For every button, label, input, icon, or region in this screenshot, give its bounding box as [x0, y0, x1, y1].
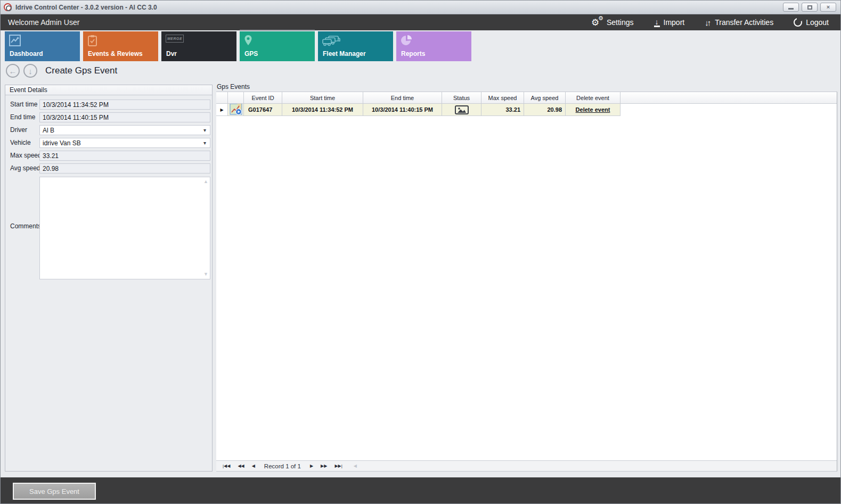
row-filler — [620, 104, 837, 116]
app-window: Idrive Control Center - 3.0.2 version - … — [0, 0, 841, 504]
cell-end-time: 10/3/2014 11:40:15 PM — [363, 104, 442, 116]
max-speed-input[interactable] — [39, 151, 210, 161]
minimize-button[interactable] — [783, 3, 799, 12]
line-chart-icon — [9, 35, 21, 48]
header-delete-event[interactable]: Delete event — [566, 92, 620, 104]
window-title: Idrive Control Center - 3.0.2 version - … — [15, 4, 157, 11]
header-indicator-cell — [216, 92, 228, 104]
back-button[interactable]: ← — [6, 64, 20, 78]
end-time-input[interactable] — [39, 112, 210, 122]
max-speed-label: Max speed — [10, 152, 42, 159]
gear-icon: ⚙ ⚙ — [591, 17, 603, 28]
transfer-label: Transfer Activities — [715, 18, 773, 27]
end-time-row: End time — [5, 112, 212, 122]
import-label: Import — [664, 18, 685, 27]
vehicle-label: Vehicle — [10, 139, 31, 146]
driver-row: Driver Al B ▾ — [5, 125, 212, 135]
tile-events-reviews[interactable]: Events & Reviews — [83, 31, 158, 61]
table-row[interactable]: ▶ G017647 10/3/2014 11:34:52 PM 10/3/201… — [216, 104, 837, 116]
scroll-down-button[interactable]: ↓ — [23, 64, 37, 78]
comments-input[interactable] — [40, 177, 210, 279]
import-icon: ↓ — [654, 18, 660, 27]
header-filler — [620, 92, 837, 104]
gps-track-map-icon[interactable] — [230, 104, 242, 116]
row-map-cell — [228, 104, 244, 116]
start-time-input[interactable] — [39, 100, 210, 110]
scroll-down-icon[interactable]: ▼ — [203, 272, 208, 277]
logout-label: Logout — [806, 18, 829, 27]
grid-title: Gps Events — [217, 83, 250, 90]
top-bar: Welcome Admin User ⚙ ⚙ Settings ↓ Import… — [1, 14, 840, 30]
arrow-down-icon: ↓ — [28, 67, 32, 75]
next-record-button[interactable]: ▶ — [306, 464, 317, 468]
tile-gps-active[interactable]: GPS — [240, 31, 315, 61]
comments-label: Comments — [10, 222, 41, 230]
settings-button[interactable]: ⚙ ⚙ Settings — [591, 17, 634, 28]
max-speed-row: Max speed — [5, 151, 212, 161]
last-record-button[interactable]: ▶▶| — [331, 464, 346, 468]
vehicle-value: idrive Van SB — [43, 139, 203, 147]
tile-reports[interactable]: Reports — [396, 31, 471, 61]
driver-label: Driver — [10, 126, 27, 134]
minimize-icon — [788, 8, 794, 10]
header-end-time[interactable]: End time — [363, 92, 442, 104]
tile-events-label: Events & Reviews — [88, 50, 143, 57]
status-image-icon[interactable] — [455, 105, 469, 114]
driver-value: Al B — [43, 127, 203, 134]
close-button[interactable]: × — [820, 3, 836, 12]
row-indicator-cell: ▶ — [216, 104, 228, 116]
scroll-up-icon[interactable]: ▲ — [203, 179, 208, 184]
grid-header-row: Event ID Start time End time Status Max … — [216, 92, 837, 104]
avg-speed-row: Avg speed — [5, 163, 212, 173]
tile-gps-label: GPS — [244, 50, 258, 57]
header-event-id[interactable]: Event ID — [244, 92, 282, 104]
tile-dashboard[interactable]: Dashboard — [5, 31, 80, 61]
pie-chart-icon — [401, 35, 412, 48]
cell-event-id: G017647 — [244, 104, 282, 116]
tile-dvr-label: Dvr — [166, 50, 177, 57]
header-start-time[interactable]: Start time — [282, 92, 363, 104]
header-avg-speed[interactable]: Avg speed — [524, 92, 566, 104]
tile-fleet-label: Fleet Manager — [323, 50, 366, 57]
tile-fleet-manager[interactable]: Fleet Manager — [318, 31, 393, 61]
prev-record-button[interactable]: ◀ — [248, 464, 259, 468]
save-gps-event-button[interactable]: Save Gps Event — [13, 483, 96, 500]
event-details-header: Event Details — [5, 85, 212, 95]
header-status[interactable]: Status — [442, 92, 481, 104]
prev-page-button[interactable]: ◀◀ — [234, 464, 248, 468]
maximize-button[interactable] — [802, 3, 818, 12]
delete-event-link[interactable]: Delete event — [576, 106, 610, 113]
comments-field-wrap: ▲ ▼ — [39, 177, 210, 279]
avg-speed-input[interactable] — [39, 163, 210, 173]
driver-select[interactable]: Al B ▾ — [39, 125, 210, 135]
welcome-text: Welcome Admin User — [8, 18, 79, 27]
hscroll-left-icon[interactable]: ◀ — [346, 464, 357, 468]
header-max-speed[interactable]: Max speed — [481, 92, 524, 104]
tile-dvr[interactable]: MERGE Dvr — [161, 31, 236, 61]
tile-reports-label: Reports — [401, 50, 425, 57]
first-record-button[interactable]: |◀◀ — [219, 464, 234, 468]
gps-events-grid: Event ID Start time End time Status Max … — [216, 92, 837, 472]
next-page-button[interactable]: ▶▶ — [317, 464, 331, 468]
tile-dashboard-label: Dashboard — [10, 50, 43, 57]
start-time-label: Start time — [10, 101, 37, 108]
footer-bar: Save Gps Event — [1, 477, 840, 504]
settings-label: Settings — [607, 18, 634, 27]
dvr-merge-icon: MERGE — [166, 35, 184, 43]
record-navigator: |◀◀ ◀◀ ◀ Record 1 of 1 ▶ ▶▶ ▶▶| ◀ — [216, 460, 837, 471]
window-controls: × — [783, 3, 837, 12]
transfer-icon: ↓↑ — [705, 18, 711, 27]
vehicle-row: Vehicle idrive Van SB ▾ — [5, 138, 212, 148]
transfer-activities-button[interactable]: ↓↑ Transfer Activities — [705, 18, 773, 27]
power-icon — [794, 18, 802, 27]
cell-avg-speed: 20.98 — [524, 104, 566, 116]
import-button[interactable]: ↓ Import — [654, 18, 685, 27]
cell-status — [442, 104, 481, 116]
cell-start-time: 10/3/2014 11:34:52 PM — [282, 104, 363, 116]
logout-button[interactable]: Logout — [794, 18, 829, 27]
header-icon-cell — [228, 92, 244, 104]
end-time-label: End time — [10, 113, 35, 121]
vehicle-select[interactable]: idrive Van SB ▾ — [39, 138, 210, 148]
close-icon: × — [827, 4, 830, 10]
breadcrumb: ← ↓ Create Gps Event — [6, 64, 117, 78]
